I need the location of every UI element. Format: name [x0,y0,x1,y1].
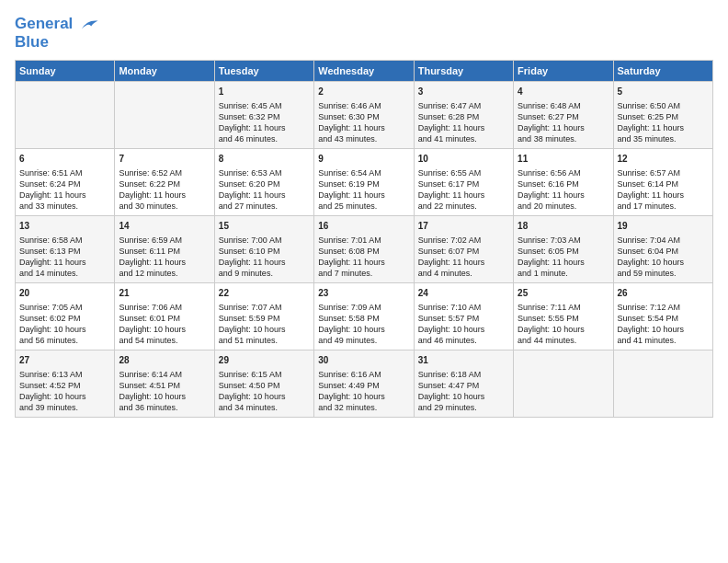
day-info: Sunrise: 7:04 AM [618,235,709,246]
col-header-monday: Monday [115,61,214,82]
day-info: Daylight: 10 hours [219,391,310,402]
day-info: Daylight: 11 hours [219,122,310,133]
day-info: and 56 minutes. [19,335,110,346]
day-info: Daylight: 11 hours [318,122,409,133]
day-info: Sunrise: 7:06 AM [119,302,210,313]
day-info: Daylight: 11 hours [618,190,709,201]
day-info: Sunrise: 7:07 AM [219,302,310,313]
day-info: and 46 minutes. [219,133,310,144]
day-info: Sunset: 6:07 PM [418,246,509,257]
day-info: Daylight: 10 hours [418,391,509,402]
calendar-day-1: 1Sunrise: 6:45 AMSunset: 6:32 PMDaylight… [214,82,313,149]
day-info: Daylight: 11 hours [518,257,609,268]
day-info: Sunset: 6:30 PM [318,111,409,122]
day-info: Sunrise: 7:12 AM [618,302,709,313]
calendar-day-28: 28Sunrise: 6:14 AMSunset: 4:51 PMDayligh… [115,350,214,418]
day-info: and 41 minutes. [418,133,509,144]
day-info: and 46 minutes. [418,335,509,346]
logo-blue: Blue [15,33,99,52]
calendar-day-2: 2Sunrise: 6:46 AMSunset: 6:30 PMDaylight… [314,82,414,149]
day-info: and 44 minutes. [518,335,609,346]
day-info: Sunrise: 6:52 AM [119,167,210,178]
calendar-day-20: 20Sunrise: 7:05 AMSunset: 6:02 PMDayligh… [16,283,115,350]
day-info: and 7 minutes. [318,268,409,279]
day-info: Sunset: 6:24 PM [19,178,110,190]
day-info: Sunset: 4:47 PM [418,380,509,391]
logo-bird-icon [79,17,99,33]
day-info: Sunset: 6:32 PM [219,111,310,122]
calendar-day-7: 7Sunrise: 6:52 AMSunset: 6:22 PMDaylight… [115,149,214,216]
day-info: and 25 minutes. [318,201,409,212]
calendar-day-11: 11Sunrise: 6:56 AMSunset: 6:16 PMDayligh… [514,149,613,216]
day-info: Daylight: 10 hours [318,391,409,402]
day-info: Sunset: 4:50 PM [219,380,310,391]
day-number: 2 [318,86,409,98]
day-info: Daylight: 11 hours [318,190,409,201]
day-info: Sunrise: 6:59 AM [119,235,210,246]
day-info: and 35 minutes. [618,133,709,144]
calendar-day-13: 13Sunrise: 6:58 AMSunset: 6:13 PMDayligh… [16,216,115,283]
day-info: Daylight: 11 hours [219,257,310,268]
calendar-week-row: 6Sunrise: 6:51 AMSunset: 6:24 PMDaylight… [16,149,713,216]
day-info: Sunrise: 6:58 AM [19,235,110,246]
calendar-day-16: 16Sunrise: 7:01 AMSunset: 6:08 PMDayligh… [314,216,414,283]
day-info: Sunrise: 6:15 AM [219,369,310,380]
calendar-day-12: 12Sunrise: 6:57 AMSunset: 6:14 PMDayligh… [613,149,712,216]
day-info: and 22 minutes. [418,201,509,212]
calendar-week-row: 1Sunrise: 6:45 AMSunset: 6:32 PMDaylight… [16,82,713,149]
day-number: 9 [318,153,409,166]
calendar-day-26: 26Sunrise: 7:12 AMSunset: 5:54 PMDayligh… [613,283,712,350]
day-number: 7 [119,153,210,166]
col-header-sunday: Sunday [16,61,115,82]
day-info: and 12 minutes. [119,268,210,279]
day-number: 15 [219,220,310,233]
day-number: 11 [518,153,609,166]
calendar-table: SundayMondayTuesdayWednesdayThursdayFrid… [15,60,713,418]
page-header: General Blue [15,15,713,51]
calendar-day-25: 25Sunrise: 7:11 AMSunset: 5:55 PMDayligh… [514,283,613,350]
day-number: 21 [119,287,210,300]
day-info: and 30 minutes. [119,201,210,212]
day-info: Sunset: 6:25 PM [618,111,709,122]
calendar-day-21: 21Sunrise: 7:06 AMSunset: 6:01 PMDayligh… [115,283,214,350]
calendar-day-10: 10Sunrise: 6:55 AMSunset: 6:17 PMDayligh… [414,149,513,216]
day-number: 1 [219,86,310,98]
day-info: and 39 minutes. [19,402,110,413]
day-info: Sunrise: 6:50 AM [618,100,709,111]
day-number: 22 [219,287,310,300]
day-info: Daylight: 10 hours [219,324,310,335]
day-info: and 54 minutes. [119,335,210,346]
day-info: and 49 minutes. [318,335,409,346]
day-info: Sunrise: 6:45 AM [219,100,310,111]
day-number: 19 [618,220,709,233]
col-header-friday: Friday [514,61,613,82]
day-info: Daylight: 11 hours [119,190,210,201]
day-info: and 38 minutes. [518,133,609,144]
day-info: Daylight: 11 hours [418,190,509,201]
day-info: and 41 minutes. [618,335,709,346]
day-info: Sunset: 5:58 PM [318,313,409,324]
day-info: Sunrise: 6:47 AM [418,100,509,111]
day-info: Sunset: 6:28 PM [418,111,509,122]
day-number: 13 [19,220,110,233]
calendar-day-29: 29Sunrise: 6:15 AMSunset: 4:50 PMDayligh… [214,350,313,418]
day-info: and 33 minutes. [19,201,110,212]
day-info: Sunrise: 7:03 AM [518,235,609,246]
day-info: and 4 minutes. [418,268,509,279]
day-number: 28 [119,354,210,367]
day-info: and 34 minutes. [219,402,310,413]
calendar-day-30: 30Sunrise: 6:16 AMSunset: 4:49 PMDayligh… [314,350,414,418]
calendar-week-row: 27Sunrise: 6:13 AMSunset: 4:52 PMDayligh… [16,350,713,418]
day-number: 18 [518,220,609,233]
calendar-day-empty [115,82,214,149]
day-info: Sunrise: 6:46 AM [318,100,409,111]
day-info: and 29 minutes. [418,402,509,413]
day-number: 27 [19,354,110,367]
calendar-day-5: 5Sunrise: 6:50 AMSunset: 6:25 PMDaylight… [613,82,712,149]
day-info: Sunset: 6:16 PM [518,178,609,190]
day-number: 30 [318,354,409,367]
calendar-day-23: 23Sunrise: 7:09 AMSunset: 5:58 PMDayligh… [314,283,414,350]
day-number: 6 [19,153,110,166]
day-info: Sunrise: 7:01 AM [318,235,409,246]
day-info: Sunrise: 6:54 AM [318,167,409,178]
